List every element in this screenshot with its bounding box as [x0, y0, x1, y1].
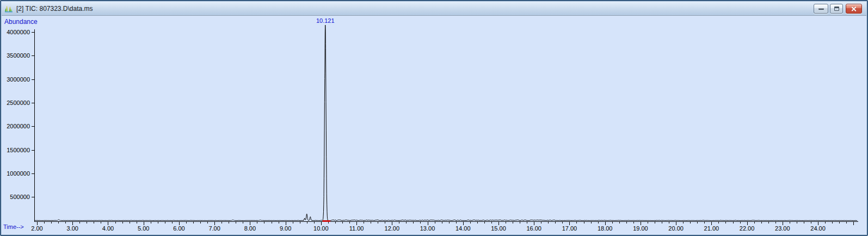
- y-tick-label: 4000000: [7, 29, 30, 35]
- window-title: [2] TIC: 807323.D\data.ms: [16, 2, 93, 16]
- x-tick-label: 17.00: [562, 225, 577, 232]
- minimize-button[interactable]: [814, 4, 828, 14]
- plot-area[interactable]: Abundance Time--> 5000001000000150000020…: [2, 16, 866, 234]
- peak-rt-label: 10.121: [316, 17, 335, 24]
- maximize-button[interactable]: [830, 4, 843, 14]
- x-tick-label: 3.00: [67, 225, 78, 232]
- y-tick-label: 2000000: [7, 123, 30, 129]
- x-tick-label: 22.00: [740, 225, 755, 232]
- x-tick-label: 23.00: [775, 225, 790, 232]
- x-tick-label: 12.00: [385, 225, 400, 232]
- close-button[interactable]: [846, 4, 862, 14]
- x-tick-label: 20.00: [668, 225, 684, 232]
- y-tick-label: 3500000: [7, 52, 30, 59]
- x-tick-label: 7.00: [208, 225, 220, 232]
- tic-trace: [34, 25, 857, 221]
- x-tick-label: 8.00: [244, 225, 256, 232]
- x-tick-label: 10.00: [313, 225, 329, 232]
- x-tick-label: 2.00: [31, 225, 42, 232]
- x-tick-label: 14.00: [455, 225, 471, 232]
- x-tick-label: 18.00: [598, 225, 613, 232]
- chromatogram-svg: 5000001000000150000020000002500000300000…: [2, 16, 867, 235]
- x-tick-label: 21.00: [704, 225, 719, 232]
- y-tick-label: 500000: [10, 194, 30, 200]
- y-tick-label: 1500000: [7, 147, 30, 153]
- chromatogram-icon: [4, 4, 13, 13]
- x-tick-label: 19.00: [633, 225, 648, 232]
- x-tick-label: 5.00: [138, 225, 149, 232]
- x-tick-label: 13.00: [420, 225, 435, 232]
- minimize-icon: [818, 8, 824, 10]
- chromatogram-window: [2] TIC: 807323.D\data.ms Abundance Time…: [0, 0, 868, 236]
- y-tick-label: 1000000: [7, 170, 30, 177]
- titlebar[interactable]: [2] TIC: 807323.D\data.ms: [2, 2, 866, 16]
- close-icon: [851, 6, 857, 12]
- axes: [34, 29, 858, 221]
- x-tick-label: 16.00: [526, 225, 541, 232]
- maximize-icon: [834, 7, 839, 11]
- x-tick-label: 24.00: [810, 225, 826, 232]
- x-tick-label: 9.00: [280, 225, 291, 232]
- x-tick-label: 6.00: [173, 225, 184, 232]
- x-tick-label: 4.00: [102, 225, 114, 232]
- x-tick-label: 15.00: [491, 225, 506, 232]
- y-tick-label: 3000000: [7, 76, 30, 83]
- y-tick-label: 2500000: [7, 100, 30, 106]
- x-tick-label: 11.00: [349, 225, 364, 232]
